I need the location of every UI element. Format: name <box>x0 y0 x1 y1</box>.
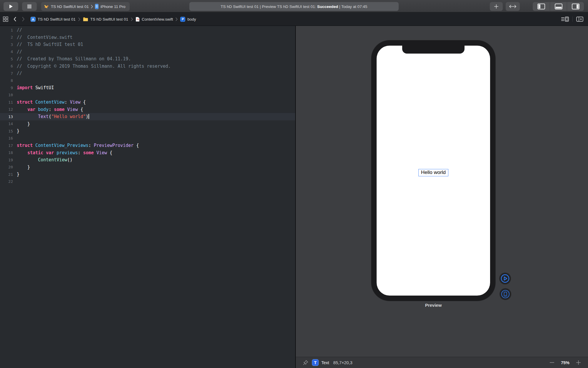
code-token: { <box>133 143 139 148</box>
code-line[interactable]: 7// <box>0 70 295 77</box>
line-number[interactable]: 19 <box>0 158 13 162</box>
line-number[interactable]: 6 <box>0 64 13 68</box>
code-line[interactable]: 22 <box>0 178 295 185</box>
main-split: 1//2// ContentView.swift3// TS hD SwiftU… <box>0 26 588 368</box>
code-token: View <box>96 150 107 155</box>
code-line[interactable]: 19 ContentView() <box>0 156 295 164</box>
preview-selected-text[interactable]: Hello world <box>418 169 448 176</box>
bottom-panel-icon <box>555 4 562 9</box>
line-number[interactable]: 7 <box>0 71 13 76</box>
editor-options-icon[interactable] <box>561 16 569 22</box>
line-number[interactable]: 1 <box>0 28 13 32</box>
zoom-in-icon[interactable] <box>576 360 581 365</box>
code-line[interactable]: 12 var body: some View { <box>0 106 295 113</box>
breadcrumb-symbol[interactable]: P body <box>180 17 196 22</box>
code-token: // <box>17 71 22 76</box>
line-number[interactable]: 13 <box>0 115 13 119</box>
scheme-selector[interactable]: TS hD SwiftUI test 01 iPhone 11 Pro <box>41 2 130 11</box>
code-line[interactable]: 10 <box>0 92 295 99</box>
toggle-navigator-button[interactable] <box>533 2 550 11</box>
forward-chevron-icon[interactable] <box>22 17 25 21</box>
code-token <box>17 150 27 155</box>
pin-icon[interactable] <box>303 360 308 365</box>
code-review-button[interactable] <box>506 2 520 11</box>
breadcrumb-label: TS hD SwiftUI test 01 <box>90 17 128 21</box>
related-items-icon[interactable] <box>3 16 8 22</box>
selected-view-size: 85,7×20,3 <box>333 360 353 365</box>
code-line[interactable]: 18 static var previews: some View { <box>0 149 295 157</box>
breadcrumb-separator-icon <box>131 17 133 21</box>
code-line[interactable]: 20 } <box>0 164 295 171</box>
line-number[interactable]: 3 <box>0 42 13 47</box>
add-editor-icon[interactable] <box>576 16 583 22</box>
code-line[interactable]: 21} <box>0 171 295 178</box>
code-line[interactable]: 5// Created by Thomas Sillmann on 04.11.… <box>0 55 295 63</box>
code-line[interactable]: 9import SwiftUI <box>0 84 295 92</box>
code-line[interactable]: 16 <box>0 135 295 142</box>
toggle-inspectors-button[interactable] <box>567 2 584 11</box>
code-token <box>17 157 38 163</box>
code-line[interactable]: 2// ContentView.swift <box>0 34 295 41</box>
toggle-debug-area-button[interactable] <box>550 2 567 11</box>
code-editor[interactable]: 1//2// ContentView.swift3// TS hD SwiftU… <box>0 26 295 368</box>
line-number[interactable]: 16 <box>0 136 13 140</box>
breadcrumb-label: ContentView.swift <box>142 17 173 21</box>
iphone-icon <box>95 4 98 9</box>
iphone-screen[interactable]: Hello world <box>377 46 490 296</box>
code-line[interactable]: 14 } <box>0 120 295 128</box>
code-line[interactable]: 6// Copyright © 2019 Thomas Sillmann. Al… <box>0 63 295 70</box>
line-number[interactable]: 21 <box>0 172 13 177</box>
code-line[interactable]: 11struct ContentView: View { <box>0 99 295 106</box>
line-number[interactable]: 14 <box>0 122 13 126</box>
line-number[interactable]: 10 <box>0 93 13 97</box>
line-number[interactable]: 18 <box>0 150 13 155</box>
zoom-level[interactable]: 75% <box>561 360 569 365</box>
selected-view-name[interactable]: Text <box>321 360 329 365</box>
code-line-text: } <box>17 165 30 170</box>
code-line-text: struct ContentView: View { <box>17 100 86 105</box>
code-line[interactable]: 17struct ContentView_Previews: PreviewPr… <box>0 142 295 149</box>
line-number[interactable]: 17 <box>0 143 13 148</box>
code-line[interactable]: 13 Text("Hello world") <box>0 113 295 120</box>
code-token <box>33 100 35 105</box>
line-number[interactable]: 20 <box>0 165 13 169</box>
code-line[interactable]: 3// TS hD SwiftUI test 01 <box>0 41 295 48</box>
code-line[interactable]: 8 <box>0 77 295 84</box>
code-line-text: import SwiftUI <box>17 85 54 90</box>
line-number[interactable]: 5 <box>0 57 13 61</box>
iphone-preview-frame: Hello world <box>371 40 495 301</box>
code-line[interactable]: 4// <box>0 48 295 56</box>
line-number[interactable]: 2 <box>0 35 13 39</box>
project-icon <box>31 17 36 22</box>
zoom-out-icon[interactable] <box>549 360 554 365</box>
left-right-arrows-icon <box>509 4 516 9</box>
code-line[interactable]: 15} <box>0 127 295 135</box>
text-view-icon: T <box>312 359 319 366</box>
play-circle-icon <box>500 273 510 284</box>
run-button[interactable] <box>4 2 18 11</box>
code-token: PreviewProvider <box>94 143 133 148</box>
back-chevron-icon[interactable] <box>14 17 16 21</box>
breadcrumb-file[interactable]: ContentView.swift <box>136 17 173 22</box>
code-line[interactable]: 1// <box>0 26 295 34</box>
library-button[interactable] <box>490 2 503 11</box>
line-number[interactable]: 4 <box>0 49 13 54</box>
line-number[interactable]: 15 <box>0 129 13 133</box>
property-icon: P <box>180 17 185 22</box>
code-token: ContentView <box>35 100 64 105</box>
folder-icon <box>83 17 88 21</box>
line-number[interactable]: 8 <box>0 78 13 83</box>
stop-button[interactable] <box>22 2 37 11</box>
iphone-notch <box>402 46 465 54</box>
preview-on-device-button[interactable] <box>500 288 511 300</box>
line-number[interactable]: 9 <box>0 86 13 90</box>
activity-viewer[interactable]: TS hD SwiftUI test 01 | Preview TS hD Sw… <box>189 2 399 11</box>
line-number[interactable]: 12 <box>0 107 13 112</box>
line-number[interactable]: 22 <box>0 179 13 184</box>
status-text-pre: TS hD SwiftUI test 01 | Preview TS hD Sw… <box>221 4 317 9</box>
line-number[interactable]: 11 <box>0 100 13 105</box>
breadcrumb-group[interactable]: TS hD SwiftUI test 01 <box>83 17 128 21</box>
code-editor-lines: 1//2// ContentView.swift3// TS hD SwiftU… <box>0 26 295 185</box>
live-preview-button[interactable] <box>499 273 511 284</box>
breadcrumb-project[interactable]: TS hD SwiftUI test 01 <box>31 17 76 22</box>
